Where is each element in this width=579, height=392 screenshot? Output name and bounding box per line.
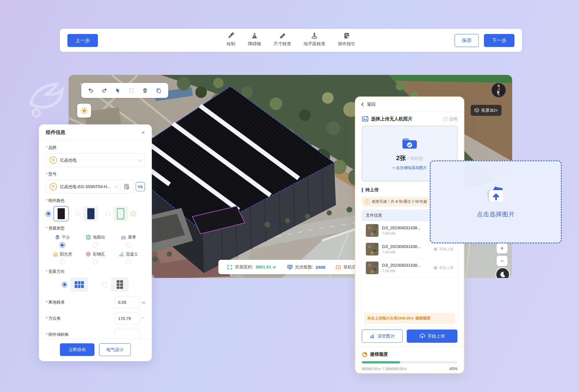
marquee-select-icon[interactable] bbox=[128, 88, 135, 94]
house-radio-steel-tile[interactable] bbox=[93, 260, 98, 264]
quota-title: 建模额度 bbox=[370, 351, 388, 357]
prev-step-button[interactable]: 上一步 bbox=[67, 34, 98, 47]
color-radio-black[interactable] bbox=[46, 211, 51, 216]
steel-tile-icon bbox=[86, 251, 91, 257]
ground-plane-icon bbox=[311, 32, 318, 40]
tool-draw[interactable]: 绘制 bbox=[227, 32, 235, 47]
color-radio-navy[interactable] bbox=[75, 211, 80, 216]
direction-radio-landscape[interactable] bbox=[62, 282, 67, 287]
photo-count-current: 2张 bbox=[396, 154, 406, 162]
save-button[interactable]: 保存 bbox=[455, 34, 479, 47]
color-warning-icon[interactable]: ! bbox=[131, 211, 136, 216]
model-select[interactable]: 常 亿晶光电-EG-355NT54-H... bbox=[46, 180, 133, 194]
concrete-icon bbox=[119, 251, 124, 257]
sun-icon bbox=[80, 107, 88, 115]
house-option-label: 彩钢瓦 bbox=[93, 252, 105, 257]
undo-icon[interactable] bbox=[88, 88, 94, 94]
direction-options bbox=[46, 277, 145, 292]
photo-upload-icon bbox=[362, 116, 368, 122]
section-accent-bar bbox=[362, 188, 363, 192]
zoom-in-button[interactable]: + bbox=[497, 243, 508, 253]
quota-separator: / bbox=[382, 366, 385, 372]
house-option-ground-station[interactable]: 地面站 bbox=[79, 234, 112, 247]
house-option-ridge[interactable]: 屋脊 bbox=[112, 234, 145, 247]
quota-used: 80000.00㎡ bbox=[362, 366, 382, 372]
house-radio-platform[interactable] bbox=[60, 243, 65, 247]
redo-icon[interactable] bbox=[101, 88, 107, 94]
select-image-dropzone[interactable]: 点击选择图片 bbox=[430, 160, 562, 243]
landscape-grid-icon bbox=[74, 281, 84, 288]
color-swatch-black[interactable] bbox=[54, 206, 69, 221]
top-toolbar: 上一步 绘制 障碍物 尺寸校准 地平面校准 操作指引 bbox=[60, 29, 522, 52]
copy-icon[interactable] bbox=[156, 88, 162, 94]
compare-vs-button[interactable]: VS bbox=[136, 182, 145, 191]
electric-design-button[interactable]: 电气设计 bbox=[99, 343, 131, 356]
start-upload-label: 开始上传 bbox=[427, 334, 445, 339]
house-option-label: 平台 bbox=[62, 235, 70, 240]
file-size: 7.89 MB bbox=[382, 250, 430, 254]
chevron-left-icon bbox=[361, 103, 365, 106]
moon-icon bbox=[499, 271, 506, 278]
file-row[interactable]: DJI_202304031438... 7.89 MB 等待上传 bbox=[362, 259, 457, 277]
stat-roof-area-label: 房屋面积: bbox=[235, 264, 253, 270]
compass[interactable]: N S bbox=[491, 83, 506, 97]
ground-clearance-input[interactable] bbox=[114, 297, 140, 308]
sunlight-toggle[interactable] bbox=[77, 104, 91, 118]
house-radio-concrete[interactable] bbox=[126, 260, 131, 264]
cursor-icon[interactable] bbox=[115, 88, 121, 94]
quota-percent: 40% bbox=[449, 366, 457, 372]
navy-chip bbox=[87, 208, 94, 219]
clear-images-button[interactable]: 清空图片 bbox=[362, 329, 403, 343]
azimuth-input[interactable] bbox=[114, 313, 140, 324]
help-link[interactable]: ? 说明 bbox=[443, 117, 457, 122]
color-swatch-transparent[interactable] bbox=[113, 206, 128, 221]
modeling-quota-section: 建模额度 80000.00㎡ / 200000.00㎡ 40% bbox=[362, 347, 457, 372]
arrange-now-button[interactable]: 立即排布 bbox=[60, 343, 94, 356]
real-3d-badge[interactable]: 实景3D> bbox=[471, 105, 502, 116]
start-upload-button[interactable]: 开始上传 bbox=[407, 329, 457, 343]
file-status: 等待上传 bbox=[434, 247, 453, 252]
color-swatch-navy[interactable] bbox=[83, 206, 98, 221]
house-radio-sunroom[interactable] bbox=[60, 260, 65, 264]
direction-label: 安装方向 bbox=[46, 269, 145, 274]
color-radio-transparent[interactable] bbox=[105, 211, 110, 216]
panel-title: 组件信息 bbox=[46, 129, 65, 136]
ground-clearance-unit: m bbox=[142, 300, 145, 305]
back-label: 返回 bbox=[367, 102, 376, 107]
back-button[interactable]: 返回 bbox=[355, 97, 464, 112]
house-option-label: 阳光房 bbox=[60, 252, 72, 257]
divider bbox=[121, 183, 121, 190]
tool-size-calibration[interactable]: 尺寸校准 bbox=[274, 32, 291, 47]
info-warning-icon: ! bbox=[365, 199, 370, 204]
house-option-platform[interactable]: 平台 bbox=[46, 234, 79, 247]
direction-landscape-option[interactable] bbox=[70, 277, 88, 292]
tilt-input[interactable] bbox=[114, 329, 140, 339]
direction-portrait-option[interactable] bbox=[111, 277, 129, 292]
azimuth-label: 方位角 bbox=[46, 316, 60, 321]
file-thumbnail bbox=[366, 224, 379, 237]
trash-icon[interactable] bbox=[142, 88, 148, 94]
add-more-photos-link[interactable]: + 点击继续添加图片 bbox=[392, 165, 427, 171]
help-label: 说明 bbox=[449, 117, 457, 122]
house-radio-ridge[interactable] bbox=[126, 243, 131, 247]
close-icon[interactable]: × bbox=[141, 129, 145, 135]
tool-ground-calibration[interactable]: 地平面校准 bbox=[304, 32, 325, 47]
next-step-button[interactable]: 下一步 bbox=[484, 34, 514, 47]
house-type-label: 房屋类型 bbox=[46, 226, 145, 231]
tool-obstacle[interactable]: 障碍物 bbox=[248, 32, 261, 47]
quota-stats: 80000.00㎡ / 200000.00㎡ 40% bbox=[362, 366, 457, 372]
house-option-label: 混凝土 bbox=[126, 252, 138, 257]
house-radio-ground-station[interactable] bbox=[93, 243, 98, 247]
zoom-out-button[interactable]: − bbox=[497, 256, 508, 266]
stat-panel-count-value: 2408 bbox=[316, 265, 325, 270]
tool-size-calibration-label: 尺寸校准 bbox=[274, 41, 291, 47]
spec-sheet-icon[interactable] bbox=[124, 184, 130, 190]
direction-radio-portrait[interactable] bbox=[103, 282, 107, 287]
brand-select[interactable]: 常 亿晶光电 bbox=[46, 153, 145, 167]
area-icon bbox=[227, 264, 232, 270]
house-option-concrete[interactable]: 混凝土 bbox=[112, 251, 145, 264]
house-option-steel-tile[interactable]: 彩钢瓦 bbox=[79, 251, 112, 264]
clear-images-label: 清空图片 bbox=[377, 334, 395, 339]
house-option-sunroom[interactable]: 阳光房 bbox=[46, 251, 79, 264]
tool-guide[interactable]: 操作指引 bbox=[338, 32, 355, 47]
